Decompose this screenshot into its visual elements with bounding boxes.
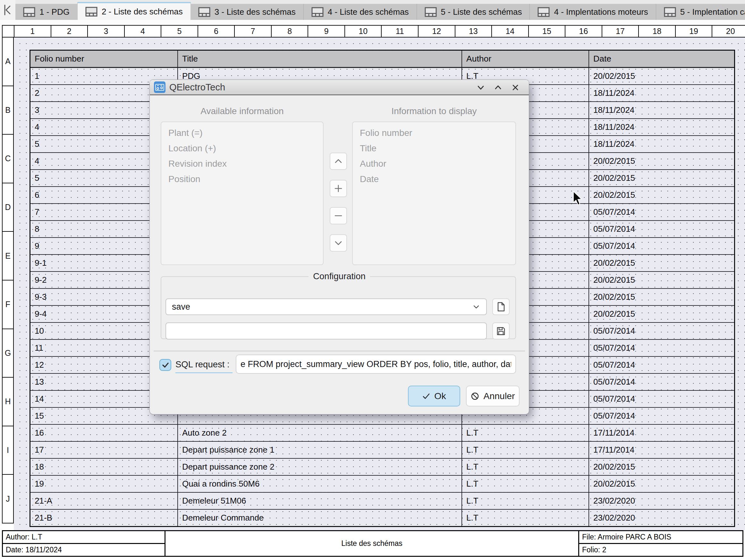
tab-label: 5 - Liste des schémas [441,7,522,17]
tab-label: 3 - Liste des schémas [215,7,296,17]
ruler-row-F: F [3,280,13,329]
new-configuration-button[interactable] [492,299,510,315]
ruler-row-I: I [3,426,13,475]
add-item-button[interactable] [330,180,347,197]
titleblock-date: Date: 18/11/2024 [3,544,164,556]
available-item[interactable]: Location (+) [161,141,323,156]
cell-date: 20/02/2015 [589,187,734,203]
column-header: Date [589,50,734,67]
information-to-display-list[interactable]: Folio numberTitleAuthorDate [352,121,516,265]
available-item[interactable]: Plant (=) [161,125,323,141]
folio-tab-icon [198,7,210,17]
display-item[interactable]: Folio number [353,125,515,141]
table-row[interactable]: 18Depart puissance zone 2L.T20/02/2015 [30,458,734,475]
scroll-first-tab-button[interactable] [0,0,15,20]
ruler-row-H: H [3,378,13,426]
table-row[interactable]: 16Auto zone 2L.T17/11/2014 [30,424,734,441]
ruler-column-10: 10 [345,26,382,37]
column-header: Author [462,50,589,67]
cell-title: Quai a rondins 50M6 [178,476,462,492]
display-item[interactable]: Date [353,172,515,187]
table-row[interactable]: 21-BDemeleur CommandeL.T23/02/2020 [30,509,734,526]
sql-request-checkbox[interactable] [159,359,171,371]
available-information-list[interactable]: Plant (=)Location (+)Revision indexPosit… [161,121,324,265]
cell-title: Demeleur Commande [178,510,462,526]
move-down-button[interactable] [330,234,347,252]
ruler-column-12: 12 [419,26,455,37]
table-row[interactable]: 21-ADemeleur 51M06L.T23/02/2020 [30,492,734,509]
window-close-icon[interactable] [511,83,520,92]
tab-2-liste-des-sch-mas[interactable]: 2 - Liste des schémas [77,2,191,20]
move-up-button[interactable] [330,152,347,170]
titleblock-author-cell: Author: L.T Date: 18/11/2024 [3,531,165,556]
ruler-column-9: 9 [308,26,345,37]
ruler-corner [3,26,14,37]
cell-title: Depart puissance zone 2 [178,459,462,475]
tab-1-pdg[interactable]: 1 - PDG [15,4,77,20]
window-shade-icon[interactable] [476,83,485,92]
dialog-title: QElectroTech [169,82,225,93]
tab-5-liste-des-sch-mas[interactable]: 5 - Liste des schémas [417,4,530,20]
minus-icon [333,211,343,220]
cell-date: 20/02/2015 [589,272,734,288]
display-item[interactable]: Author [353,156,515,172]
ruler-column-20: 20 [712,26,745,37]
ruler-column-16: 16 [565,26,602,37]
cancel-button-label: Annuler [483,391,515,401]
tab-4-liste-des-sch-mas[interactable]: 4 - Liste des schémas [304,4,417,20]
tab-4-implentations-moteurs[interactable]: 4 - Implentations moteurs [530,4,656,20]
ruler-row-D: D [3,183,13,232]
titleblock-title: Liste des schémas [165,531,578,556]
available-item[interactable]: Position [161,172,323,187]
cell-date: 17/11/2014 [589,442,734,458]
information-to-display-label: Information to display [352,106,516,116]
ruler-column-8: 8 [272,26,309,37]
configuration-name-input[interactable] [165,322,487,340]
display-item[interactable]: Title [353,141,515,156]
cell-date: 23/02/2020 [589,510,734,526]
cell-author: L.T [462,442,589,458]
ruler-column-18: 18 [639,26,676,37]
qelectrotech-app-icon [154,81,165,93]
dialog-titlebar[interactable]: QElectroTech [150,80,529,95]
ok-button[interactable]: Ok [408,386,460,407]
tab-label: 2 - Liste des schémas [102,7,183,17]
ruler-column-6: 6 [198,26,235,37]
folio-tab-icon [85,7,97,17]
table-row[interactable]: 17Depart puissance zone 1L.T17/11/2014 [30,441,734,458]
tab-5-implentation-cap[interactable]: 5 - Implentation cap [656,4,745,20]
window-maximize-icon[interactable] [493,83,503,92]
available-item[interactable]: Revision index [161,156,323,172]
cell-author: L.T [462,459,589,475]
configuration-selected-value: save [172,302,190,312]
titleblock-folio: Folio: 2 [579,544,742,556]
ok-check-icon [422,392,430,400]
cell-date: 18/11/2024 [589,136,734,152]
tab-label: 5 - Implentation cap [680,7,745,17]
cell-folio: 16 [30,425,178,441]
ruler-column-7: 7 [235,26,272,37]
ruler-column-1: 1 [14,26,51,37]
cell-title: Auto zone 2 [178,425,462,441]
sql-request-input[interactable] [236,354,516,374]
ruler-row-A: A [3,37,13,86]
cell-folio: 21-A [30,493,178,509]
qelectrotech-dialog: QElectroTech Available information Infor… [150,80,529,414]
configuration-combobox[interactable]: save [165,299,487,315]
save-configuration-button[interactable] [492,322,510,340]
table-row[interactable]: 19Quai a rondins 50M6L.T20/02/2015 [30,475,734,492]
remove-item-button[interactable] [330,207,347,224]
cancel-button[interactable]: Annuler [466,386,520,407]
ruler-column-4: 4 [125,26,162,37]
tab-3-liste-des-sch-mas[interactable]: 3 - Liste des schémas [191,4,304,20]
sql-request-underline [175,373,232,373]
folio-tab-icon [425,7,437,17]
save-floppy-icon [496,326,506,336]
folio-tab-icon [23,7,35,17]
cell-date: 05/07/2014 [589,323,734,339]
cell-date: 17/11/2014 [589,425,734,441]
ruler-column-3: 3 [88,26,125,37]
column-ruler: 1234567891011121314151617181920 [2,25,745,37]
cell-author: L.T [462,476,589,492]
cell-date: 05/07/2014 [589,238,734,254]
